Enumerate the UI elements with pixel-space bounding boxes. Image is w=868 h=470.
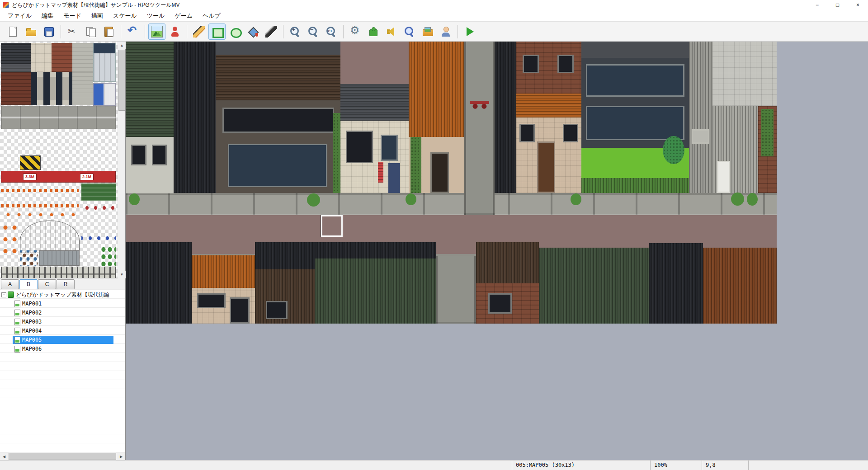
ellipse-tool-button[interactable] (226, 24, 244, 40)
map-file-icon (14, 301, 20, 307)
resource-manager-button[interactable] (419, 24, 436, 40)
event-mode-button[interactable] (166, 24, 184, 40)
save-project-icon (43, 26, 55, 38)
plugin-manager-button[interactable] (365, 24, 382, 40)
map-block-windowGlass (228, 144, 328, 187)
map-block-barber (378, 162, 383, 183)
map-block-roofBlack (495, 42, 516, 193)
character-generator-button[interactable] (437, 24, 454, 40)
project-icon (8, 291, 14, 298)
palette-tile-block (1, 221, 19, 253)
palette-tab-c[interactable]: C (38, 279, 56, 289)
map-tree-item-map003[interactable]: MAP003 (0, 317, 125, 326)
tree-horizontal-scrollbar[interactable]: ◀ ▶ (0, 452, 125, 460)
menu-item-draw[interactable]: 描画 (86, 10, 108, 22)
cut-button[interactable] (64, 24, 81, 40)
sign-label: 3.3M (23, 174, 37, 180)
menu-item-game[interactable]: ゲーム (170, 10, 198, 22)
map-tree[interactable]: −どらぴかドットマップ素材【現代街編MAP001MAP002MAP003MAP0… (0, 290, 125, 452)
map-tree-item-map002[interactable]: MAP002 (0, 308, 125, 317)
scroll-right-button[interactable]: ▶ (117, 452, 125, 461)
palette-tile-block (31, 72, 72, 105)
menu-item-tools[interactable]: ツール (142, 10, 170, 22)
flood-fill-tool-button[interactable] (245, 24, 262, 40)
map-block-bush (307, 193, 320, 207)
map-tree-item-inner: MAP003 (13, 318, 113, 326)
minimize-button[interactable]: − (807, 0, 827, 10)
paste-icon (103, 26, 115, 38)
scroll-left-button[interactable]: ◀ (0, 452, 8, 461)
horizontal-scroll-thumb[interactable] (9, 453, 116, 460)
map-block-palm (663, 136, 684, 164)
map-tree-item-label: MAP005 (22, 337, 42, 343)
rectangle-tool-button[interactable] (208, 24, 226, 40)
map-tree-item-map006[interactable]: MAP006 (0, 344, 125, 353)
map-mode-icon (151, 26, 163, 38)
map-block-windowGlass (381, 135, 398, 161)
zoom-in-button[interactable]: + (287, 24, 304, 40)
map-block-roofGrayDark (581, 42, 689, 58)
map-tree-item-map004[interactable]: MAP004 (0, 326, 125, 335)
zoom-out-button[interactable]: − (305, 24, 322, 40)
tree-expander-icon[interactable]: − (1, 292, 6, 297)
sign-label: 2.1M (80, 174, 94, 180)
map-file-icon (14, 319, 20, 325)
playtest-button[interactable] (461, 24, 478, 40)
palette-tab-a[interactable]: A (1, 279, 19, 289)
map-tree-root[interactable]: −どらぴかドットマップ素材【現代街編 (0, 290, 125, 299)
map-block-windowDark (557, 55, 574, 73)
map-file-icon (14, 310, 20, 316)
map-tree-item-label: MAP001 (22, 301, 42, 307)
title-bar: どらぴかドットマップ素材【現代街編】サンプル - RPGツクールMV −□× (0, 0, 868, 10)
palette-tile-block (1, 267, 116, 278)
zoom-actual-button[interactable]: 1:1 (323, 24, 340, 40)
palette-tab-r[interactable]: R (57, 279, 75, 289)
map-tree-item-map005[interactable]: MAP005 (0, 335, 125, 344)
paste-button[interactable] (100, 24, 118, 40)
palette-tab-b[interactable]: B (19, 279, 38, 289)
map-block-roofBlack (174, 42, 216, 193)
menu-item-file[interactable]: ファイル (3, 10, 37, 22)
menu-item-mode[interactable]: モード (58, 10, 86, 22)
menu-item-help[interactable]: ヘルプ (198, 10, 226, 22)
palette-tile-block (20, 250, 38, 266)
database-button[interactable] (347, 24, 364, 40)
map-block-roofBrown (216, 55, 340, 100)
shadow-pen-tool-button[interactable] (263, 24, 280, 40)
map-block-windowDark (266, 301, 288, 320)
close-button[interactable]: × (848, 0, 868, 10)
map-block-windowDark (523, 55, 539, 73)
menu-item-edit[interactable]: 編集 (37, 10, 58, 22)
sound-test-button[interactable] (383, 24, 400, 40)
palette-tile-block (1, 43, 31, 72)
map-block-windowDark (131, 145, 146, 165)
menu-item-scale[interactable]: スケール (108, 10, 142, 22)
map-block-roofGrayDark (216, 42, 340, 55)
new-project-button[interactable] (4, 24, 21, 40)
map-block-acUnit (692, 129, 709, 143)
rectangle-tool-icon (211, 26, 223, 38)
open-project-button[interactable] (22, 24, 39, 40)
save-project-button[interactable] (40, 24, 57, 40)
undo-button[interactable] (124, 24, 142, 40)
palette-tile-block (20, 221, 80, 253)
maximize-icon: □ (836, 2, 839, 8)
palette-tile-block (39, 250, 80, 266)
map-tree-item-map001[interactable]: MAP001 (0, 299, 125, 308)
map-mode-button[interactable] (148, 24, 165, 40)
palette-tile-block (93, 43, 116, 82)
event-searcher-button[interactable] (401, 24, 418, 40)
tileset-palette[interactable]: 3.3M2.1M (0, 42, 125, 278)
tileset-vertical-scrollbar[interactable]: ▲ ▼ (118, 42, 125, 278)
scroll-down-button[interactable]: ▼ (118, 271, 126, 278)
map-block-path (464, 42, 495, 215)
palette-tile-block (31, 43, 52, 72)
pencil-tool-button[interactable] (190, 24, 208, 40)
copy-button[interactable] (82, 24, 99, 40)
map-canvas[interactable] (126, 42, 777, 324)
flood-fill-tool-icon (247, 26, 259, 38)
toolbar-separator (187, 25, 187, 38)
scroll-up-button[interactable]: ▲ (118, 42, 126, 49)
vertical-scroll-thumb[interactable] (118, 50, 125, 111)
maximize-button[interactable]: □ (827, 0, 848, 10)
